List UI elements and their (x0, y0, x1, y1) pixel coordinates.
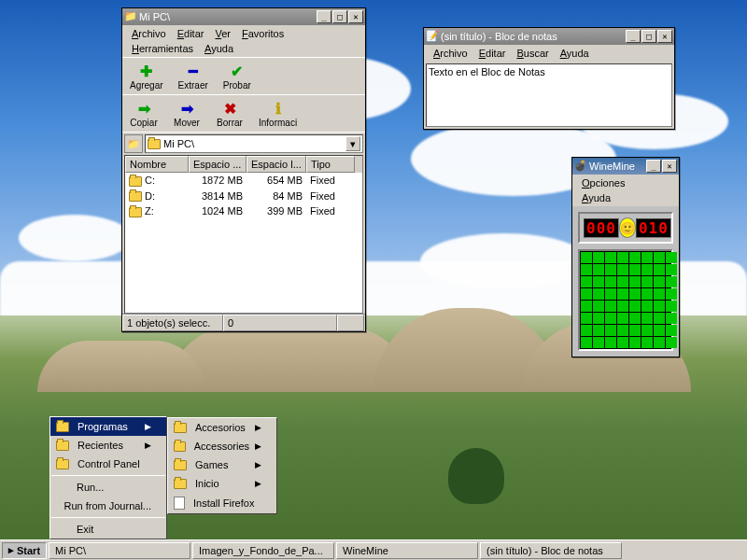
mine-cell[interactable] (605, 264, 616, 275)
notepad-textarea[interactable]: Texto en el Bloc de Notas (426, 63, 672, 127)
menu-item-accessories[interactable]: Accessories▶ (168, 437, 276, 455)
drive-row[interactable]: C:1872 MB654 MBFixed (125, 173, 362, 189)
winemine-titlebar[interactable]: 💣 WineMine _ ✕ (572, 158, 679, 175)
mine-cell[interactable] (617, 337, 628, 348)
mine-cell[interactable] (605, 325, 616, 336)
mine-cell[interactable] (654, 252, 665, 263)
menu-ver[interactable]: Ver (209, 26, 236, 41)
toolbtn-borrar[interactable]: ✖Borrar (210, 97, 249, 130)
mine-cell[interactable] (605, 252, 616, 263)
taskbar-button[interactable]: WineMine (336, 542, 478, 559)
minimize-button[interactable]: _ (626, 30, 641, 43)
maximize-button[interactable]: □ (332, 10, 347, 23)
menu-item-recientes[interactable]: Recientes▶ (50, 436, 166, 455)
mine-cell[interactable] (581, 264, 592, 275)
notepad-titlebar[interactable]: 📝 (sin título) - Bloc de notas _ □ ✕ (424, 28, 674, 45)
mine-cell[interactable] (629, 252, 641, 263)
mine-cell[interactable] (629, 325, 641, 336)
mine-cell[interactable] (666, 264, 677, 275)
mine-cell[interactable] (593, 325, 604, 336)
toolbtn-extraer[interactable]: ━Extraer (173, 60, 214, 92)
mine-cell[interactable] (593, 288, 604, 300)
menu-ayuda[interactable]: Ayuda (199, 41, 239, 56)
menu-ayuda[interactable]: Ayuda (576, 190, 616, 205)
mine-cell[interactable] (581, 288, 592, 300)
toolbtn-informaci[interactable]: ℹInformaci (253, 97, 303, 130)
mine-cell[interactable] (617, 288, 628, 300)
mine-cell[interactable] (605, 313, 616, 324)
mine-cell[interactable] (581, 325, 592, 336)
mine-cell[interactable] (593, 337, 604, 348)
close-button[interactable]: ✕ (662, 160, 677, 173)
mine-cell[interactable] (617, 325, 628, 336)
mine-cell[interactable] (581, 276, 592, 287)
column-header[interactable]: Espacio l... (247, 156, 306, 173)
mine-cell[interactable] (581, 252, 592, 263)
mine-cell[interactable] (654, 325, 665, 336)
mine-cell[interactable] (641, 325, 653, 336)
mine-cell[interactable] (629, 301, 641, 312)
mine-cell[interactable] (654, 313, 665, 324)
mine-cell[interactable] (629, 264, 641, 275)
mine-cell[interactable] (605, 276, 616, 287)
menu-item-accesorios[interactable]: Accesorios▶ (168, 418, 276, 437)
column-header[interactable]: Nombre (125, 156, 189, 173)
mine-cell[interactable] (629, 313, 641, 324)
mine-cell[interactable] (666, 313, 677, 324)
menu-ayuda[interactable]: Ayuda (555, 46, 595, 61)
menu-item-control-panel[interactable]: Control Panel (50, 455, 166, 473)
mine-cell[interactable] (641, 264, 653, 275)
menu-item-exit[interactable]: Exit (50, 520, 166, 539)
mine-cell[interactable] (641, 252, 653, 263)
menu-item-run-from-journal-[interactable]: Run from Journal... (50, 497, 166, 515)
mine-cell[interactable] (605, 288, 616, 300)
mine-cell[interactable] (666, 337, 677, 348)
address-combo[interactable]: Mi PC\ ▾ (145, 134, 363, 153)
mine-cell[interactable] (641, 337, 653, 348)
column-header[interactable]: Espacio ... (189, 156, 247, 173)
toolbtn-mover[interactable]: ➡Mover (167, 97, 206, 130)
mine-cell[interactable] (654, 301, 665, 312)
mine-cell[interactable] (605, 301, 616, 312)
menu-editar[interactable]: Editar (473, 46, 512, 61)
close-button[interactable]: ✕ (348, 10, 363, 23)
menu-archivo[interactable]: Archivo (428, 46, 473, 61)
mine-cell[interactable] (581, 301, 592, 312)
mine-cell[interactable] (593, 301, 604, 312)
menu-buscar[interactable]: Buscar (511, 46, 554, 61)
toolbtn-copiar[interactable]: ➡Copiar (124, 97, 163, 130)
mine-cell[interactable] (593, 276, 604, 287)
mine-cell[interactable] (666, 325, 677, 336)
mine-cell[interactable] (666, 276, 677, 287)
mine-cell[interactable] (641, 288, 653, 300)
mine-cell[interactable] (581, 313, 592, 324)
mine-cell[interactable] (654, 264, 665, 275)
taskbar-button[interactable]: Mi PC\ (49, 542, 190, 559)
mine-cell[interactable] (629, 337, 641, 348)
taskbar-button[interactable]: (sin título) - Bloc de notas (480, 542, 622, 559)
menu-item-run-[interactable]: Run... (50, 478, 166, 497)
minimize-button[interactable]: _ (317, 10, 331, 23)
toolbtn-probar[interactable]: ✔Probar (218, 60, 257, 92)
up-button[interactable]: 📁 (124, 134, 143, 153)
mine-cell[interactable] (593, 264, 604, 275)
column-header[interactable]: Tipo (306, 156, 355, 173)
start-button[interactable]: ▸ Start (2, 542, 47, 559)
drive-row[interactable]: D:3814 MB84 MBFixed (125, 189, 362, 204)
mine-cell[interactable] (593, 252, 604, 263)
mine-cell[interactable] (654, 337, 665, 348)
mine-cell[interactable] (641, 313, 653, 324)
mine-cell[interactable] (666, 288, 677, 300)
maximize-button[interactable]: □ (641, 30, 656, 43)
mine-cell[interactable] (666, 252, 677, 263)
explorer-titlebar[interactable]: 📁 Mi PC\ _ □ ✕ (122, 8, 365, 25)
menu-favoritos[interactable]: Favoritos (236, 26, 289, 41)
mine-cell[interactable] (654, 288, 665, 300)
menu-archivo[interactable]: Archivo (126, 26, 172, 41)
mine-cell[interactable] (617, 252, 628, 263)
mine-cell[interactable] (641, 301, 653, 312)
mine-cell[interactable] (666, 301, 677, 312)
mine-cell[interactable] (581, 337, 592, 348)
mine-cell[interactable] (641, 276, 653, 287)
mine-cell[interactable] (593, 313, 604, 324)
